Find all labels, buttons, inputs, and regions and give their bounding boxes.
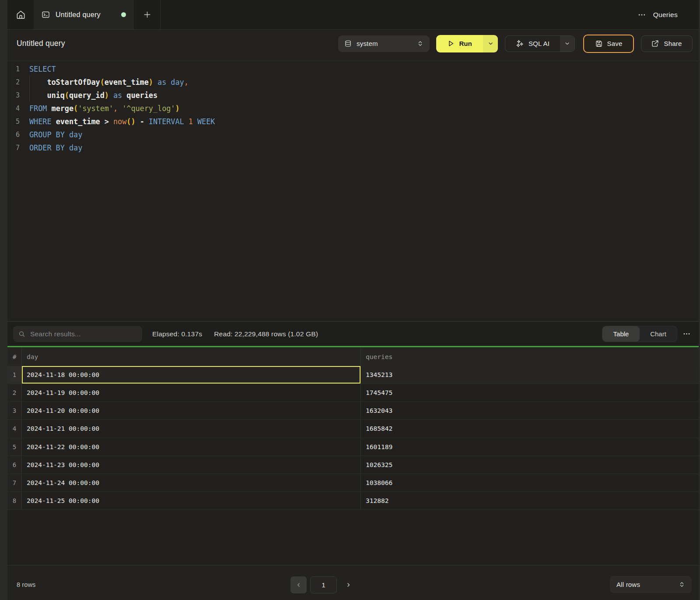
save-button-label: Save — [607, 40, 623, 47]
new-tab-button[interactable] — [134, 0, 161, 29]
column-header-queries[interactable]: queries — [361, 353, 699, 360]
unsaved-status-dot — [121, 12, 126, 17]
code-line[interactable]: 1SELECT — [7, 63, 699, 76]
cell-day[interactable]: 2024-11-22 00:00:00 — [22, 438, 361, 456]
database-select-value: system — [357, 40, 378, 47]
code-line[interactable]: 4FROM merge('system', '^query_log') — [7, 102, 699, 115]
code-lines: 1SELECT2 toStartOfDay(event_time) as day… — [7, 63, 699, 154]
tab-label: Untitled query — [56, 11, 101, 19]
grid-header: # day queries — [7, 347, 699, 366]
table-row[interactable]: 72024-11-24 00:00:001038066 — [7, 474, 699, 492]
cell-day[interactable]: 2024-11-20 00:00:00 — [22, 402, 361, 420]
table-row[interactable]: 62024-11-23 00:00:001026325 — [7, 456, 699, 474]
tab-untitled-query[interactable]: Untitled query — [34, 0, 134, 29]
cell-queries[interactable]: 1745475 — [361, 384, 699, 402]
save-icon — [595, 40, 603, 48]
play-icon — [447, 40, 455, 47]
results-more-button[interactable] — [682, 330, 691, 338]
cell-queries[interactable]: 1632043 — [361, 402, 699, 420]
table-row[interactable]: 12024-11-18 00:00:001345213 — [7, 366, 699, 384]
cell-queries[interactable]: 1345213 — [361, 366, 699, 384]
database-select[interactable]: system — [338, 35, 430, 52]
grid-empty-area — [7, 510, 699, 565]
ellipsis-icon — [637, 10, 646, 19]
line-number: 1 — [7, 63, 20, 76]
tabbar-right: Queries — [637, 0, 699, 29]
column-header-index[interactable]: # — [7, 347, 22, 366]
run-options-button[interactable] — [483, 35, 498, 52]
cell-day[interactable]: 2024-11-25 00:00:00 — [22, 492, 361, 510]
elapsed-stat: Elapsed: 0.137s — [152, 330, 202, 338]
row-number[interactable]: 6 — [7, 456, 22, 474]
home-button[interactable] — [7, 0, 34, 29]
table-row[interactable]: 82024-11-25 00:00:00312882 — [7, 492, 699, 510]
cell-day[interactable]: 2024-11-24 00:00:00 — [22, 474, 361, 492]
query-header: Untitled query system Run — [7, 30, 699, 61]
search-results-box — [13, 326, 142, 342]
cell-queries[interactable]: 312882 — [361, 492, 699, 510]
sql-console: Untitled query Queries Untitled query — [0, 0, 700, 600]
cell-queries[interactable]: 1038066 — [361, 474, 699, 492]
save-button[interactable]: Save — [583, 35, 634, 53]
page-title: Untitled query — [17, 39, 65, 48]
cell-day[interactable]: 2024-11-21 00:00:00 — [22, 420, 361, 438]
sql-ai-options-button[interactable] — [560, 36, 574, 52]
code-line[interactable]: 5WHERE event_time > now() - INTERVAL 1 W… — [7, 115, 699, 128]
table-row[interactable]: 32024-11-20 00:00:001632043 — [7, 402, 699, 420]
pagination: 1 — [290, 576, 355, 593]
share-button-label: Share — [664, 40, 682, 47]
row-number[interactable]: 1 — [7, 366, 22, 384]
line-number: 5 — [7, 115, 20, 128]
run-button-group: Run — [436, 35, 498, 52]
line-number: 6 — [7, 128, 20, 141]
view-tab-chart[interactable]: Chart — [640, 326, 677, 342]
table-row[interactable]: 52024-11-22 00:00:001601189 — [7, 438, 699, 456]
share-button[interactable]: Share — [641, 35, 693, 52]
next-page-button[interactable] — [341, 576, 355, 593]
row-number[interactable]: 4 — [7, 420, 22, 438]
row-number[interactable]: 7 — [7, 474, 22, 492]
code-line[interactable]: 7ORDER BY day — [7, 141, 699, 154]
cell-queries[interactable]: 1026325 — [361, 456, 699, 474]
sql-ai-button[interactable]: SQL AI — [505, 36, 560, 52]
sparkles-icon — [516, 39, 524, 48]
code-text: SELECT — [20, 63, 56, 76]
current-page[interactable]: 1 — [310, 576, 337, 593]
cell-queries[interactable]: 1601189 — [361, 438, 699, 456]
sql-ai-label: SQL AI — [528, 40, 550, 47]
code-text: GROUP BY day — [20, 128, 82, 141]
table-row[interactable]: 22024-11-19 00:00:001745475 — [7, 384, 699, 402]
row-number[interactable]: 5 — [7, 438, 22, 456]
page-size-select[interactable]: All rows — [610, 576, 692, 593]
more-menu-button[interactable] — [637, 10, 646, 19]
row-number[interactable]: 3 — [7, 402, 22, 420]
cell-day[interactable]: 2024-11-23 00:00:00 — [22, 456, 361, 474]
run-button[interactable]: Run — [436, 35, 483, 52]
line-number: 3 — [7, 89, 20, 102]
indent-guide — [29, 76, 30, 102]
code-text: uniq(query_id) as queries — [20, 89, 158, 102]
code-line[interactable]: 2 toStartOfDay(event_time) as day, — [7, 76, 699, 89]
column-header-day[interactable]: day — [22, 347, 361, 366]
code-line[interactable]: 3 uniq(query_id) as queries — [7, 89, 699, 102]
page-size-value: All rows — [616, 581, 640, 588]
ellipsis-icon — [682, 330, 691, 338]
row-number[interactable]: 2 — [7, 384, 22, 402]
sql-editor[interactable]: 1SELECT2 toStartOfDay(event_time) as day… — [7, 61, 699, 321]
cell-day[interactable]: 2024-11-19 00:00:00 — [22, 384, 361, 402]
previous-page-button[interactable] — [290, 576, 307, 593]
queries-link[interactable]: Queries — [653, 11, 678, 19]
share-icon — [651, 40, 659, 47]
table-row[interactable]: 42024-11-21 00:00:001685842 — [7, 420, 699, 438]
cell-day[interactable]: 2024-11-18 00:00:00 — [22, 366, 361, 384]
code-line[interactable]: 6GROUP BY day — [7, 128, 699, 141]
chevron-left-icon — [295, 582, 302, 588]
chevron-down-icon — [487, 40, 494, 47]
database-icon — [344, 40, 352, 47]
view-tab-table[interactable]: Table — [602, 326, 640, 342]
cell-queries[interactable]: 1685842 — [361, 420, 699, 438]
row-number[interactable]: 8 — [7, 492, 22, 510]
search-results-input[interactable] — [30, 330, 137, 338]
plus-icon — [143, 10, 151, 19]
line-number: 4 — [7, 102, 20, 115]
